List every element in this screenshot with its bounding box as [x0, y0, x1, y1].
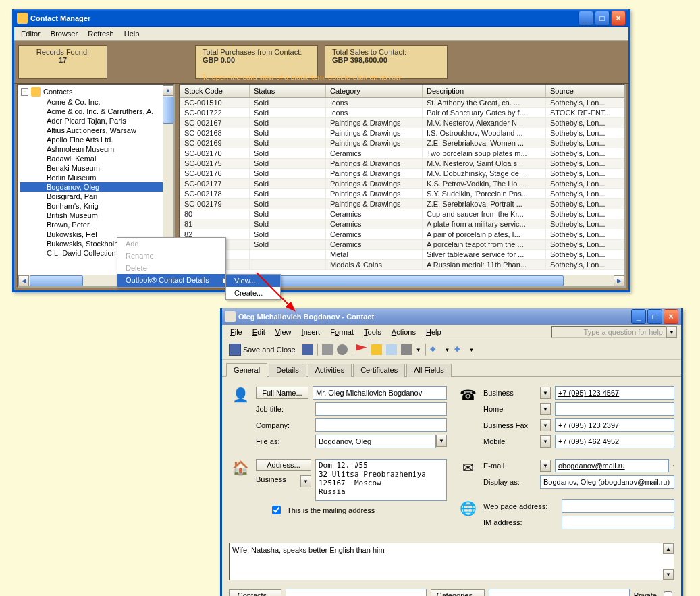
address-button[interactable]: Address...: [256, 459, 311, 471]
flag-icon[interactable]: [356, 344, 367, 355]
scroll-right-icon[interactable]: ▶: [614, 275, 624, 286]
phone-business-input[interactable]: [555, 386, 674, 400]
tab-certificates[interactable]: Certificates: [353, 364, 405, 377]
phone-home-dropdown-icon[interactable]: ▼: [540, 403, 551, 415]
ctx-view[interactable]: View...: [226, 275, 280, 287]
company-input[interactable]: [315, 418, 447, 432]
fileas-input[interactable]: [315, 435, 436, 448]
next-dropdown-icon[interactable]: ▼: [469, 347, 475, 353]
scroll-up-icon[interactable]: ▲: [163, 85, 173, 96]
table-row[interactable]: MetalSilver tableware service for ...Sot…: [180, 250, 624, 260]
header-stock-code[interactable]: Stock Code: [180, 85, 250, 97]
contacts-button[interactable]: Contacts...: [229, 589, 281, 596]
scroll-thumb[interactable]: [30, 275, 83, 286]
menu-refresh[interactable]: Refresh: [84, 28, 118, 39]
phone-business-dropdown-icon[interactable]: ▼: [540, 387, 551, 399]
tree-item[interactable]: Boisgirard, Pari: [20, 192, 172, 201]
scroll-thumb[interactable]: [163, 97, 173, 124]
fileas-dropdown-icon[interactable]: ▼: [436, 435, 447, 447]
notes-scroll-up-icon[interactable]: ▲: [663, 543, 674, 554]
notes-textarea[interactable]: Wife, Natasha, speaks better English tha…: [229, 543, 674, 580]
header-description[interactable]: Description: [423, 85, 546, 97]
copy-icon[interactable]: [386, 344, 397, 355]
categories-button[interactable]: Categories...: [431, 589, 485, 596]
phone-home-input[interactable]: [555, 402, 674, 416]
ctx-add[interactable]: Add: [117, 238, 225, 250]
help-search-input[interactable]: Type a question for help: [551, 326, 666, 338]
table-row[interactable]: SC-001722SoldIconsPair of Sanctuary Gate…: [180, 108, 624, 118]
phone-fax-dropdown-icon[interactable]: ▼: [540, 419, 551, 431]
menu-help[interactable]: Help: [422, 327, 446, 337]
addressbook-icon[interactable]: [673, 465, 674, 466]
header-buyer[interactable]: Buyer: [622, 85, 626, 97]
folder-icon[interactable]: [371, 344, 382, 355]
maximize-button[interactable]: □: [595, 11, 610, 26]
im-input[interactable]: [562, 516, 674, 529]
tree-item[interactable]: Acme & Co. Inc.: [20, 97, 172, 107]
tree-item[interactable]: Ader Picard Tajan, Paris: [20, 116, 172, 126]
ctx-rename[interactable]: Rename: [117, 250, 225, 262]
tree-item[interactable]: Benaki Museum: [20, 163, 172, 173]
table-row[interactable]: Medals & CoinsA Russian medal: 11th Phan…: [180, 260, 624, 270]
table-row[interactable]: SC-002176SoldPaintings & DrawingsM.V. Do…: [180, 169, 624, 179]
minimize-button[interactable]: _: [631, 309, 646, 324]
table-row[interactable]: SC-002169SoldPaintings & DrawingsZ.E. Se…: [180, 138, 624, 148]
phone-fax-input[interactable]: [555, 418, 674, 432]
tree-item[interactable]: Altius Auctioneers, Warsaw: [20, 126, 172, 135]
table-row[interactable]: SC-002167SoldPaintings & DrawingsM.V. Ne…: [180, 118, 624, 128]
address-type-dropdown-icon[interactable]: ▼: [300, 475, 311, 487]
tab-all-fields[interactable]: All Fields: [406, 364, 452, 377]
tree-item[interactable]: Bonham's, Knig: [20, 201, 172, 211]
contacts-input[interactable]: [286, 589, 427, 596]
tree-item[interactable]: Brown, Peter: [20, 220, 172, 229]
tree-root[interactable]: − Contacts: [20, 86, 172, 97]
attach-icon[interactable]: [337, 344, 348, 355]
table-row[interactable]: SC-002178SoldPaintings & DrawingsS.Y. Su…: [180, 189, 624, 199]
table-row[interactable]: SC-002168SoldPaintings & DrawingsI.S. Os…: [180, 128, 624, 138]
menu-format[interactable]: Format: [326, 327, 358, 337]
table-row[interactable]: SC-002175SoldPaintings & DrawingsM.V. Ne…: [180, 159, 624, 169]
jobtitle-input[interactable]: [315, 402, 447, 416]
address-textarea[interactable]: [315, 459, 447, 501]
phone-mobile-input[interactable]: [555, 435, 674, 448]
fullname-button[interactable]: Full Name...: [256, 387, 308, 399]
tree-item[interactable]: Apollo Fine Arts Ltd.: [20, 135, 172, 144]
menu-browser[interactable]: Browser: [47, 28, 82, 39]
email-dropdown-icon[interactable]: ▼: [540, 460, 551, 472]
table-row[interactable]: 80SoldCeramicsCup and saucer from the Kr…: [180, 209, 624, 219]
tree-item[interactable]: British Museum: [20, 211, 172, 220]
menu-insert[interactable]: Insert: [298, 327, 325, 337]
help-dropdown-icon[interactable]: ▼: [666, 326, 677, 338]
table-row[interactable]: SC-001510SoldIconsSt. Anthony the Great,…: [180, 98, 624, 108]
prev-dropdown-icon[interactable]: ▼: [445, 347, 450, 353]
next-icon[interactable]: ◆: [454, 344, 465, 355]
tree-item[interactable]: Acme & co. Inc. & Carruthers, A.: [20, 107, 172, 116]
table-row[interactable]: SC-002170SoldCeramicsTwo porcelain soup …: [180, 148, 624, 159]
save-close-button[interactable]: Save and Close: [226, 342, 298, 357]
tab-details[interactable]: Details: [269, 364, 306, 377]
phone-mobile-dropdown-icon[interactable]: ▼: [540, 435, 551, 448]
maximize-button[interactable]: □: [647, 309, 662, 324]
table-row[interactable]: 82SoldCeramicsA pair of porcelain plates…: [180, 229, 624, 240]
ctx-outlook-details[interactable]: Outlook® Contact Details ▶: [117, 274, 225, 287]
private-checkbox[interactable]: [664, 591, 672, 597]
tab-general[interactable]: General: [226, 363, 267, 377]
header-status[interactable]: Status: [250, 85, 326, 97]
tree-item[interactable]: Badawi, Kemal: [20, 154, 172, 163]
mailing-checkbox[interactable]: [272, 506, 281, 514]
fullname-input[interactable]: [313, 386, 447, 400]
menu-edit[interactable]: Edit: [248, 327, 269, 337]
email-input[interactable]: [555, 459, 669, 472]
ctx-create[interactable]: Create...: [226, 287, 280, 299]
table-row[interactable]: 83SoldCeramicsA porcelain teapot from th…: [180, 240, 624, 250]
table-row[interactable]: 81SoldCeramicsA plate from a military se…: [180, 219, 624, 229]
tab-activities[interactable]: Activities: [308, 364, 352, 377]
prev-icon[interactable]: ◆: [430, 344, 441, 355]
web-input[interactable]: [562, 499, 674, 513]
delete-icon[interactable]: [401, 344, 412, 355]
tree-item[interactable]: Bogdanov, Oleg: [20, 182, 172, 192]
menu-actions[interactable]: Actions: [387, 327, 420, 337]
display-input[interactable]: [540, 475, 674, 489]
table-row[interactable]: SC-002179SoldPaintings & DrawingsZ.E. Se…: [180, 199, 624, 209]
tree-item[interactable]: Ashmolean Museum: [20, 144, 172, 154]
